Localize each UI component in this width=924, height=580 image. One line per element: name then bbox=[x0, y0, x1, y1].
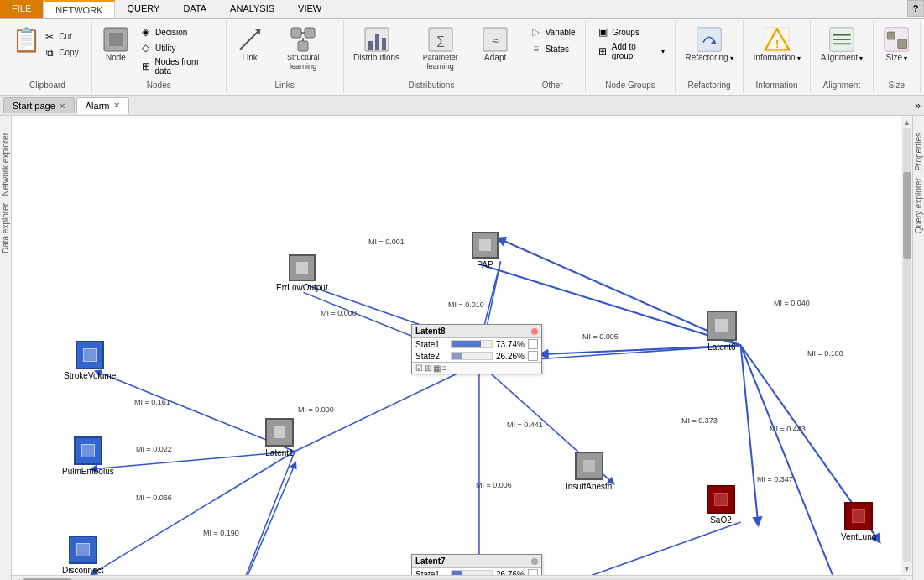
latent8-state2-name: State2 bbox=[415, 352, 447, 361]
groups-button[interactable]: ▣ Groups bbox=[593, 24, 668, 39]
states-label: States bbox=[546, 44, 569, 54]
alignment-label-grp: Alignment bbox=[823, 79, 860, 90]
latent8-grid-icon: ⊞ bbox=[425, 363, 431, 373]
node-pulmembolus[interactable]: PulmEmbolus bbox=[62, 436, 114, 476]
latent8-close[interactable] bbox=[531, 328, 538, 335]
states-button[interactable]: ≡ States bbox=[526, 41, 579, 56]
distributions-items: Distributions ∑ Parameter learning ≈ Ada… bbox=[351, 24, 513, 79]
svg-rect-17 bbox=[697, 28, 721, 51]
node-latent1[interactable]: Latent1 bbox=[265, 418, 294, 457]
structural-button[interactable]: Structural learning bbox=[270, 24, 337, 73]
copy-icon: ⧉ bbox=[43, 46, 56, 60]
copy-button[interactable]: ⧉ Copy bbox=[39, 45, 81, 60]
tab-file[interactable]: FILE bbox=[0, 0, 43, 18]
help-button[interactable]: ? bbox=[907, 0, 924, 17]
distributions-button[interactable]: Distributions bbox=[351, 24, 403, 65]
node-sao2[interactable]: SaO2 bbox=[707, 485, 735, 525]
cut-button[interactable]: ✂ Cut bbox=[39, 29, 81, 44]
latent6-label: Latent6 bbox=[707, 342, 735, 352]
sidebar-item-query-explorer[interactable]: Query explorer bbox=[914, 178, 923, 233]
svg-text:!: ! bbox=[775, 39, 779, 50]
alignment-button[interactable]: Alignment ▾ bbox=[817, 24, 866, 65]
hscroll-right-icon[interactable]: ► bbox=[902, 577, 911, 580]
add-to-group-button[interactable]: ⊞ Add to group ▾ bbox=[593, 41, 668, 61]
alignment-dropdown-icon: ▾ bbox=[859, 55, 863, 62]
link-button[interactable]: Link bbox=[233, 24, 267, 65]
svg-line-48 bbox=[544, 522, 741, 575]
links-items: Link Structural learning bbox=[233, 24, 337, 79]
variable-button[interactable]: ▷ Variable bbox=[526, 24, 579, 39]
horizontal-scrollbar: ◄ ► bbox=[12, 575, 912, 580]
node-latent6[interactable]: Latent6 bbox=[707, 311, 737, 352]
paste-button[interactable]: 📋 ✂ Cut ⧉ Copy bbox=[9, 24, 85, 62]
node-groups-label: Node Groups bbox=[605, 79, 655, 90]
size-label: Size bbox=[886, 53, 902, 63]
sidebar-item-network-explorer[interactable]: Network explorer bbox=[1, 133, 10, 196]
variable-icon: ▷ bbox=[530, 25, 543, 39]
decision-button[interactable]: ◈ Decision bbox=[136, 24, 219, 39]
right-sidebar: Properties Query explorer bbox=[912, 116, 924, 580]
svg-rect-5 bbox=[305, 28, 315, 38]
latent7-header: Latent7 bbox=[412, 555, 541, 568]
node-latent8[interactable]: Latent8 State1 73.74% State2 26. bbox=[411, 324, 542, 374]
link-icon bbox=[237, 26, 264, 53]
parameter-learning-label: Parameter learning bbox=[409, 53, 472, 71]
pap-label: PAP bbox=[477, 260, 493, 269]
refactoring-button[interactable]: Refactoring ▾ bbox=[681, 24, 736, 65]
links-label: Links bbox=[274, 79, 294, 90]
node-errlowoutput[interactable]: ErrLowOutput bbox=[276, 254, 328, 292]
information-button[interactable]: ! Information ▾ bbox=[750, 24, 804, 65]
scroll-up-icon[interactable]: ▲ bbox=[903, 118, 911, 127]
tab-data[interactable]: DATA bbox=[171, 0, 218, 18]
scroll-down-icon[interactable]: ▼ bbox=[903, 564, 911, 573]
node-pap[interactable]: PAP bbox=[472, 232, 499, 269]
node-icon bbox=[102, 26, 129, 53]
utility-button[interactable]: ◇ Utility bbox=[136, 40, 219, 55]
latent8-title: Latent8 bbox=[415, 327, 446, 336]
latent7-indicator bbox=[531, 558, 538, 565]
ribbon: FILE NETWORK QUERY DATA ANALYSIS VIEW ? … bbox=[0, 0, 924, 96]
paste-icon: 📋 bbox=[13, 26, 39, 53]
canvas[interactable]: MI = 0.001 MI = 0.000 MI = 0.010 MI = 0.… bbox=[12, 116, 912, 575]
latent8-state1-pct: 73.74% bbox=[496, 340, 525, 349]
tab-scroll-button[interactable]: » bbox=[915, 100, 921, 112]
node-disconnect[interactable]: Disconnect bbox=[62, 536, 103, 575]
ventlung-label: VentLung bbox=[841, 532, 876, 541]
tab-view[interactable]: VIEW bbox=[286, 0, 333, 18]
adapt-button[interactable]: ≈ Adapt bbox=[478, 24, 512, 65]
latent7-state1-check bbox=[528, 569, 538, 575]
mi-label-14: MI = 0.347 bbox=[757, 475, 793, 483]
tab-query[interactable]: QUERY bbox=[115, 0, 171, 18]
node-insuffanesth[interactable]: InsuffAnesth bbox=[566, 452, 612, 491]
sidebar-item-properties[interactable]: Properties bbox=[914, 133, 923, 171]
sidebar-item-data-explorer[interactable]: Data explorer bbox=[1, 203, 10, 253]
latent8-graph-icon: ▦ bbox=[433, 363, 441, 373]
node-strokevolume[interactable]: StrokeVolume bbox=[64, 341, 116, 380]
node-label: Node bbox=[106, 53, 126, 63]
pulmembolus-label: PulmEmbolus bbox=[62, 467, 114, 476]
node-ventlung[interactable]: VentLung bbox=[841, 502, 876, 541]
node-latent7[interactable]: Latent7 State1 26.76% State2 73. bbox=[411, 554, 542, 575]
nodes-from-data-button[interactable]: ⊞ Nodes from data bbox=[136, 56, 219, 76]
latent8-header: Latent8 bbox=[412, 325, 541, 338]
latent7-state1-pct: 26.76% bbox=[496, 570, 525, 576]
parameter-learning-button[interactable]: ∑ Parameter learning bbox=[405, 24, 475, 73]
start-page-tab-close[interactable]: ✕ bbox=[59, 102, 65, 111]
alarm-tab-label: Alarm bbox=[86, 101, 110, 111]
size-button[interactable]: Size ▾ bbox=[880, 24, 913, 65]
latent8-check-icon: ☑ bbox=[415, 363, 423, 373]
tab-analysis[interactable]: ANALYSIS bbox=[218, 0, 286, 18]
mi-label-7: MI = 0.161 bbox=[134, 398, 170, 406]
start-page-tab[interactable]: Start page ✕ bbox=[3, 97, 75, 113]
latent8-state1-check bbox=[528, 339, 538, 349]
alarm-tab[interactable]: Alarm ✕ bbox=[76, 97, 129, 114]
node-button[interactable]: Node bbox=[99, 24, 133, 65]
scroll-thumb[interactable] bbox=[903, 172, 911, 259]
information-items: ! Information ▾ bbox=[750, 24, 804, 79]
ribbon-group-nodes: Node ◈ Decision ◇ Utility ⊞ Nodes from d… bbox=[92, 21, 227, 93]
hscroll-left-icon[interactable]: ◄ bbox=[13, 577, 22, 580]
parameter-learning-icon: ∑ bbox=[427, 26, 454, 53]
tab-network[interactable]: NETWORK bbox=[43, 0, 115, 18]
alarm-tab-close[interactable]: ✕ bbox=[113, 101, 120, 110]
vertical-scrollbar[interactable]: ▲ ▼ bbox=[901, 116, 912, 575]
